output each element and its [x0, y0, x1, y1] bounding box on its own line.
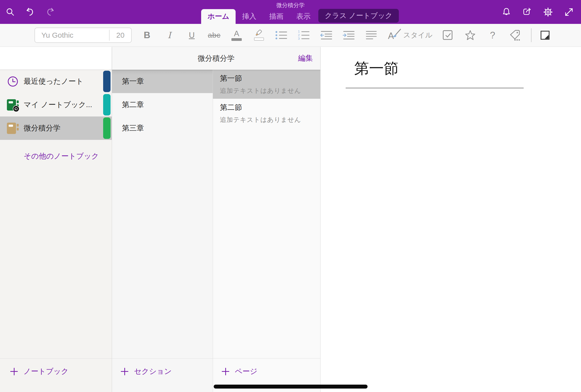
numbered-list-button[interactable]: 1 2 3 [297, 24, 311, 47]
plus-icon [222, 368, 229, 375]
tag-icon [509, 29, 521, 41]
page-canvas[interactable]: 第一節 [321, 47, 581, 392]
sidebar-header-box [0, 47, 112, 70]
share-button[interactable] [522, 7, 532, 17]
sidebar-item-label: マイ ノートブック... [24, 100, 92, 110]
font-color-swatch [231, 38, 242, 41]
underline-button[interactable]: U [185, 24, 199, 47]
tab-insert[interactable]: 挿入 [236, 9, 263, 24]
add-page-button[interactable]: ページ [222, 366, 257, 376]
page-item-subtitle: 追加テキストはありません [220, 116, 320, 124]
format-toolbar: Yu Gothic 20 B I U abc A 1 2 3 [0, 24, 581, 47]
star-icon [465, 30, 476, 41]
page-item-title: 第一節 [220, 74, 320, 84]
font-name-value[interactable]: Yu Gothic [35, 31, 109, 40]
numbered-list-digit: 3 [298, 37, 300, 40]
strikethrough-button[interactable]: abc [207, 24, 221, 47]
highlighter-icon [253, 29, 265, 41]
expand-button[interactable] [564, 7, 574, 17]
notebook-color-tab [103, 71, 110, 92]
important-tag-button[interactable] [463, 24, 477, 47]
sidebar-item-recent-notes[interactable]: 最近使ったノート [0, 70, 112, 93]
plus-icon [121, 368, 128, 375]
styles-glyph: A [388, 29, 401, 42]
bulleted-list-icon [275, 30, 288, 41]
font-size-value[interactable]: 20 [109, 31, 131, 40]
share-icon [522, 7, 532, 17]
outdent-icon [320, 30, 333, 41]
edit-button[interactable]: 編集 [298, 47, 313, 70]
outdent-button[interactable] [319, 24, 333, 47]
page-panel-toggle-button[interactable] [538, 24, 552, 47]
top-bar-right-actions [501, 0, 574, 24]
tab-draw[interactable]: 描画 [263, 9, 290, 24]
notebook-icon [7, 122, 19, 134]
sidebar-item-label: 微分積分学 [24, 123, 60, 133]
page-title[interactable]: 第一節 [354, 58, 399, 78]
font-picker[interactable]: Yu Gothic 20 [34, 28, 132, 43]
page-item-title: 第二節 [220, 102, 320, 112]
add-section-button[interactable]: セクション [121, 366, 172, 376]
page-item[interactable]: 第一節 追加テキストはありません [213, 70, 320, 99]
font-color-letter: A [234, 30, 239, 37]
page-item-subtitle: 追加テキストはありません [220, 86, 320, 95]
todo-tag-button[interactable] [441, 24, 455, 47]
section-item[interactable]: 第二章 [112, 93, 213, 116]
page-corner-icon [540, 30, 551, 41]
plus-icon [10, 368, 18, 375]
add-notebook-button[interactable]: ノートブック [10, 366, 69, 376]
section-item[interactable]: 第一章 [112, 70, 213, 93]
indent-button[interactable] [341, 24, 356, 47]
panel-header: 微分積分学 編集 [112, 47, 320, 70]
sidebar-item-calculus[interactable]: 微分積分学 [0, 116, 112, 140]
tab-home[interactable]: ホーム [201, 9, 236, 24]
clock-icon [7, 76, 19, 87]
sidebar-item-my-notebook[interactable]: マイ ノートブック... [0, 93, 112, 116]
pages-list: 第一節 追加テキストはありません 第二節 追加テキストはありません ページ [213, 70, 320, 392]
notebook-color-tab [103, 94, 110, 116]
notifications-button[interactable] [501, 7, 512, 17]
notebook-icon [7, 99, 19, 111]
sync-badge-icon [13, 106, 19, 112]
indent-icon [342, 30, 355, 41]
main-area: 最近使ったノート マイ ノートブック... 微分積分学 [0, 47, 581, 392]
toolbar-divider [531, 28, 532, 42]
styles-brush-icon [391, 28, 402, 39]
settings-button[interactable] [543, 7, 554, 18]
highlighter-button[interactable] [252, 24, 266, 47]
notebook-color-tab [103, 118, 110, 139]
home-indicator-bar[interactable] [214, 384, 368, 388]
sections-footer: セクション [112, 358, 213, 392]
expand-icon [564, 7, 574, 17]
sidebar-footer: ノートブック [0, 358, 112, 392]
ribbon-tabs: ホーム 挿入 描画 表示 クラス ノートブック [201, 9, 399, 24]
top-app-bar: 微分積分学 ホーム 挿入 描画 表示 クラス ノートブック [0, 0, 581, 24]
panel-body: 第一章 第二章 第三章 セクション 第一節 追加テキストはありません 第二節 [112, 70, 320, 392]
styles-label: スタイル [403, 30, 433, 40]
font-color-button[interactable]: A [229, 24, 244, 47]
italic-button[interactable]: I [162, 24, 176, 47]
bulleted-list-button[interactable] [274, 24, 289, 47]
page-item[interactable]: 第二節 追加テキストはありません [213, 99, 320, 128]
other-notebooks-link[interactable]: その他のノートブック [0, 151, 112, 161]
notebook-title: 微分積分学 [112, 47, 320, 70]
settings-gear-icon [543, 7, 554, 18]
sidebar-item-label: 最近使ったノート [24, 76, 83, 86]
numbered-list-digit: 2 [298, 33, 300, 37]
title-underline [346, 88, 524, 88]
notebook-panel: 微分積分学 編集 第一章 第二章 第三章 セクション 第一節 追加テキストはあり… [112, 47, 321, 392]
bold-button[interactable]: B [140, 24, 154, 47]
alignment-button[interactable] [364, 24, 378, 47]
notebooks-sidebar: 最近使ったノート マイ ノートブック... 微分積分学 [0, 47, 112, 392]
custom-tags-button[interactable] [508, 24, 522, 47]
numbered-list-icon: 1 2 3 [298, 30, 310, 41]
window-title: 微分積分学 [0, 2, 581, 9]
tab-view[interactable]: 表示 [290, 9, 317, 24]
numbered-list-digit: 1 [298, 30, 300, 33]
section-item[interactable]: 第三章 [112, 116, 213, 140]
sections-list: 第一章 第二章 第三章 セクション [112, 70, 213, 392]
notifications-bell-icon [501, 7, 512, 17]
tab-class-notebook[interactable]: クラス ノートブック [318, 9, 399, 23]
styles-button[interactable]: A スタイル [388, 24, 433, 47]
question-tag-button[interactable]: ? [486, 24, 500, 47]
